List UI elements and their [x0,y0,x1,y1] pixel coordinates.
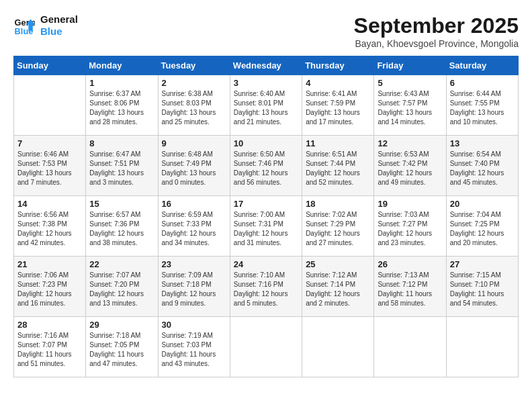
cell-content: Sunrise: 6:40 AM Sunset: 8:01 PM Dayligh… [234,89,298,127]
day-number: 21 [17,259,82,269]
cell-content: Sunrise: 6:53 AM Sunset: 7:42 PM Dayligh… [378,150,442,187]
calendar-cell: 12Sunrise: 6:53 AM Sunset: 7:42 PM Dayli… [374,136,446,196]
header-day-monday: Monday [86,56,158,75]
calendar-body: 1Sunrise: 6:37 AM Sunset: 8:06 PM Daylig… [14,75,519,377]
day-number: 1 [89,78,154,88]
day-number: 22 [89,259,154,269]
day-number: 9 [162,138,226,148]
header-day-saturday: Saturday [446,56,518,75]
calendar-cell: 24Sunrise: 7:10 AM Sunset: 7:16 PM Dayli… [230,257,302,317]
day-number: 5 [378,78,442,88]
calendar-cell: 17Sunrise: 7:00 AM Sunset: 7:31 PM Dayli… [230,196,302,257]
cell-content: Sunrise: 7:03 AM Sunset: 7:27 PM Dayligh… [378,210,442,248]
calendar-cell [14,75,86,136]
cell-content: Sunrise: 6:56 AM Sunset: 7:38 PM Dayligh… [17,210,82,248]
day-number: 4 [306,78,370,88]
day-number: 14 [17,199,82,209]
day-number: 28 [17,320,82,330]
calendar-cell: 26Sunrise: 7:13 AM Sunset: 7:12 PM Dayli… [374,257,446,317]
calendar-cell: 2Sunrise: 6:38 AM Sunset: 8:03 PM Daylig… [158,75,230,136]
calendar-cell: 18Sunrise: 7:02 AM Sunset: 7:29 PM Dayli… [302,196,374,257]
day-number: 19 [378,199,442,209]
day-number: 17 [234,199,298,209]
header-day-thursday: Thursday [302,56,374,75]
calendar-cell: 8Sunrise: 6:47 AM Sunset: 7:51 PM Daylig… [86,136,158,196]
page-header: General Blue General Blue September 2025… [13,13,519,49]
day-number: 8 [89,138,154,148]
calendar-cell: 23Sunrise: 7:09 AM Sunset: 7:18 PM Dayli… [158,257,230,317]
cell-content: Sunrise: 6:46 AM Sunset: 7:53 PM Dayligh… [17,150,82,187]
cell-content: Sunrise: 7:13 AM Sunset: 7:12 PM Dayligh… [378,271,442,308]
calendar-cell [446,317,518,377]
day-number: 6 [450,78,515,88]
cell-content: Sunrise: 7:02 AM Sunset: 7:29 PM Dayligh… [306,210,370,248]
calendar-cell: 29Sunrise: 7:18 AM Sunset: 7:05 PM Dayli… [86,317,158,377]
calendar-cell: 6Sunrise: 6:44 AM Sunset: 7:55 PM Daylig… [446,75,518,136]
cell-content: Sunrise: 6:43 AM Sunset: 7:57 PM Dayligh… [378,89,442,127]
cell-content: Sunrise: 6:59 AM Sunset: 7:33 PM Dayligh… [162,210,226,248]
day-number: 20 [450,199,515,209]
calendar-cell: 4Sunrise: 6:41 AM Sunset: 7:59 PM Daylig… [302,75,374,136]
cell-content: Sunrise: 7:16 AM Sunset: 7:07 PM Dayligh… [17,331,82,369]
day-number: 2 [162,78,226,88]
cell-content: Sunrise: 6:50 AM Sunset: 7:46 PM Dayligh… [234,150,298,187]
day-number: 7 [17,138,82,148]
cell-content: Sunrise: 7:09 AM Sunset: 7:18 PM Dayligh… [162,271,226,308]
header-day-tuesday: Tuesday [158,56,230,75]
calendar-cell [374,317,446,377]
day-number: 26 [378,259,442,269]
cell-content: Sunrise: 7:19 AM Sunset: 7:03 PM Dayligh… [162,331,226,369]
logo: General Blue General Blue [13,13,78,38]
cell-content: Sunrise: 6:47 AM Sunset: 7:51 PM Dayligh… [89,150,154,187]
cell-content: Sunrise: 7:06 AM Sunset: 7:23 PM Dayligh… [17,271,82,308]
week-row-1: 1Sunrise: 6:37 AM Sunset: 8:06 PM Daylig… [14,75,519,136]
day-number: 16 [162,199,226,209]
calendar-cell: 16Sunrise: 6:59 AM Sunset: 7:33 PM Dayli… [158,196,230,257]
calendar-cell [302,317,374,377]
day-number: 10 [234,138,298,148]
calendar-cell: 13Sunrise: 6:54 AM Sunset: 7:40 PM Dayli… [446,136,518,196]
calendar-cell: 21Sunrise: 7:06 AM Sunset: 7:23 PM Dayli… [14,257,86,317]
month-title: September 2025 [354,13,519,38]
title-block: September 2025 Bayan, Khoevsgoel Provinc… [354,13,519,49]
header-day-wednesday: Wednesday [230,56,302,75]
logo-text: General Blue [40,13,78,38]
header-day-sunday: Sunday [14,56,86,75]
calendar-header: SundayMondayTuesdayWednesdayThursdayFrid… [14,56,519,75]
location-subtitle: Bayan, Khoevsgoel Province, Mongolia [354,38,519,49]
day-number: 29 [89,320,154,330]
day-number: 27 [450,259,515,269]
calendar-cell: 28Sunrise: 7:16 AM Sunset: 7:07 PM Dayli… [14,317,86,377]
cell-content: Sunrise: 7:15 AM Sunset: 7:10 PM Dayligh… [450,271,515,308]
cell-content: Sunrise: 7:12 AM Sunset: 7:14 PM Dayligh… [306,271,370,308]
cell-content: Sunrise: 7:10 AM Sunset: 7:16 PM Dayligh… [234,271,298,308]
calendar-table: SundayMondayTuesdayWednesdayThursdayFrid… [13,56,519,377]
calendar-cell: 25Sunrise: 7:12 AM Sunset: 7:14 PM Dayli… [302,257,374,317]
calendar-cell: 30Sunrise: 7:19 AM Sunset: 7:03 PM Dayli… [158,317,230,377]
calendar-cell: 15Sunrise: 6:57 AM Sunset: 7:36 PM Dayli… [86,196,158,257]
calendar-cell: 27Sunrise: 7:15 AM Sunset: 7:10 PM Dayli… [446,257,518,317]
calendar-cell: 14Sunrise: 6:56 AM Sunset: 7:38 PM Dayli… [14,196,86,257]
cell-content: Sunrise: 6:38 AM Sunset: 8:03 PM Dayligh… [162,89,226,127]
cell-content: Sunrise: 6:41 AM Sunset: 7:59 PM Dayligh… [306,89,370,127]
week-row-3: 14Sunrise: 6:56 AM Sunset: 7:38 PM Dayli… [14,196,519,257]
calendar-cell: 19Sunrise: 7:03 AM Sunset: 7:27 PM Dayli… [374,196,446,257]
cell-content: Sunrise: 7:00 AM Sunset: 7:31 PM Dayligh… [234,210,298,248]
calendar-cell: 7Sunrise: 6:46 AM Sunset: 7:53 PM Daylig… [14,136,86,196]
header-row: SundayMondayTuesdayWednesdayThursdayFrid… [14,56,519,75]
calendar-cell: 1Sunrise: 6:37 AM Sunset: 8:06 PM Daylig… [86,75,158,136]
week-row-4: 21Sunrise: 7:06 AM Sunset: 7:23 PM Dayli… [14,257,519,317]
cell-content: Sunrise: 6:57 AM Sunset: 7:36 PM Dayligh… [89,210,154,248]
cell-content: Sunrise: 7:04 AM Sunset: 7:25 PM Dayligh… [450,210,515,248]
cell-content: Sunrise: 7:07 AM Sunset: 7:20 PM Dayligh… [89,271,154,308]
cell-content: Sunrise: 7:18 AM Sunset: 7:05 PM Dayligh… [89,331,154,369]
calendar-cell: 11Sunrise: 6:51 AM Sunset: 7:44 PM Dayli… [302,136,374,196]
day-number: 18 [306,199,370,209]
calendar-cell: 5Sunrise: 6:43 AM Sunset: 7:57 PM Daylig… [374,75,446,136]
calendar-cell: 9Sunrise: 6:48 AM Sunset: 7:49 PM Daylig… [158,136,230,196]
day-number: 12 [378,138,442,148]
cell-content: Sunrise: 6:54 AM Sunset: 7:40 PM Dayligh… [450,150,515,187]
calendar-cell: 20Sunrise: 7:04 AM Sunset: 7:25 PM Dayli… [446,196,518,257]
day-number: 25 [306,259,370,269]
calendar-cell: 22Sunrise: 7:07 AM Sunset: 7:20 PM Dayli… [86,257,158,317]
